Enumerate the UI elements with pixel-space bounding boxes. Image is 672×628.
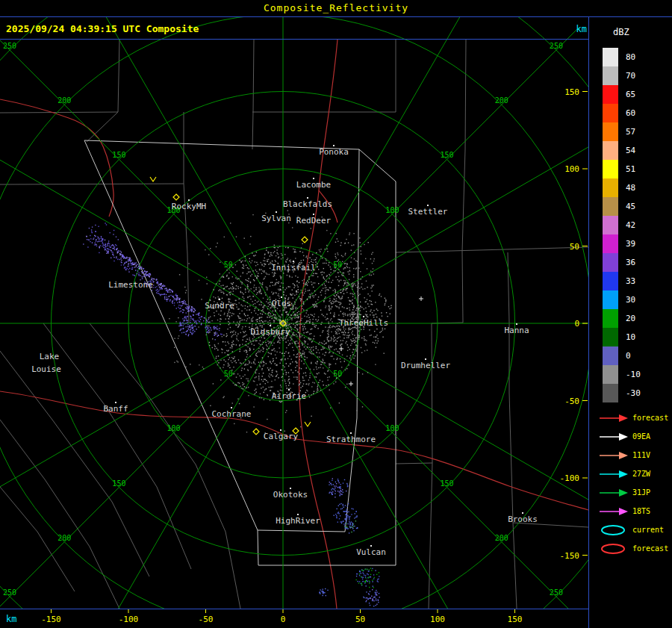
svg-text:Drumheller: Drumheller xyxy=(401,361,451,370)
svg-text:200: 200 xyxy=(495,534,508,542)
dbz-scale-row-30: 30 xyxy=(603,290,670,309)
dbz-scale-value: 51 xyxy=(626,160,635,178)
plus-marker xyxy=(349,382,353,386)
dbz-scale-value: 65 xyxy=(626,85,635,104)
svg-text:50: 50 xyxy=(355,615,365,624)
dbz-scale-value: 42 xyxy=(626,216,635,234)
plus-marker xyxy=(419,296,423,301)
svg-text:250: 250 xyxy=(550,42,563,50)
svg-text:150: 150 xyxy=(441,479,454,488)
dbz-color-swatch xyxy=(603,48,618,66)
radar-map[interactable]: 5010015020025050100150200250501001502002… xyxy=(0,0,672,628)
dbz-scale-row--10: -10 xyxy=(603,365,670,384)
dbz-scale-value: 0 xyxy=(626,346,631,365)
legend-label: 31JP xyxy=(632,488,650,497)
dbz-color-swatch xyxy=(603,253,618,272)
city-label-olds: Olds xyxy=(272,296,292,308)
svg-text:250: 250 xyxy=(550,588,563,597)
city-label-louise: Louise xyxy=(31,364,61,374)
dbz-scale-title: dBZ xyxy=(613,27,629,37)
svg-text:Okotoks: Okotoks xyxy=(273,490,308,500)
city-label-didsbury: Didsbury xyxy=(251,325,290,337)
dbz-scale-row-20: 20 xyxy=(603,309,670,328)
dbz-scale-value: 10 xyxy=(626,328,635,346)
echo-region-south-1 xyxy=(329,478,348,497)
legend-label: 27ZW xyxy=(632,470,650,478)
city-label-ponoka: Ponoka xyxy=(319,145,349,157)
svg-text:200: 200 xyxy=(495,96,508,105)
dbz-color-swatch xyxy=(603,328,618,346)
legend-item-31JP-4: 31JP xyxy=(598,483,671,502)
city-label-hanna: Hanna xyxy=(504,323,529,335)
legend-label: 09EA xyxy=(632,432,650,441)
city-label-strathmore: Strathmore xyxy=(326,432,376,444)
dbz-scale-row-33: 33 xyxy=(603,272,670,290)
svg-text:-100: -100 xyxy=(119,615,139,624)
svg-text:200: 200 xyxy=(57,96,71,105)
dbz-scale-row-60: 60 xyxy=(603,104,670,122)
echo-region-south-6 xyxy=(319,588,328,597)
svg-text:RedDeer: RedDeer xyxy=(296,216,332,226)
city-label-reddeer: RedDeer xyxy=(296,214,332,226)
svg-text:Louise: Louise xyxy=(31,364,61,374)
svg-text:100: 100 xyxy=(385,206,399,214)
bottom-axis-unit-label: km xyxy=(6,614,16,624)
legend-arrow-icon xyxy=(598,468,629,480)
dbz-scale-value: 45 xyxy=(626,197,635,216)
svg-text:Airdrie: Airdrie xyxy=(272,391,306,401)
dbz-scale-value: 80 xyxy=(626,48,635,66)
svg-text:Ponoka: Ponoka xyxy=(319,147,349,157)
city-label-rockymh: RockyMH xyxy=(172,199,206,211)
dbz-scale-row-51: 51 xyxy=(603,160,670,178)
timestamp-label: 2025/09/24 04:39:15 UTC Composite xyxy=(6,23,199,34)
city-label-limestone: Limestone xyxy=(108,280,153,290)
svg-text:RockyMH: RockyMH xyxy=(172,202,206,211)
city-label-banff: Banff xyxy=(103,402,128,414)
svg-text:50: 50 xyxy=(224,261,233,269)
legend-arrow-icon xyxy=(598,412,629,424)
dbz-scale-row-57: 57 xyxy=(603,122,670,141)
dbz-scale-row-80: 80 xyxy=(603,48,670,66)
dbz-color-swatch xyxy=(603,384,618,402)
echo-region-south-5 xyxy=(363,589,380,607)
dbz-scale-value: 60 xyxy=(626,104,635,122)
dbz-color-swatch xyxy=(603,178,618,197)
svg-text:50: 50 xyxy=(224,370,233,378)
city-label-stettler: Stettler xyxy=(408,205,448,217)
legend-item-forecast-7: forecast xyxy=(598,539,671,558)
svg-text:50: 50 xyxy=(333,261,342,269)
city-label-threehills: ThreeHills xyxy=(339,316,388,328)
dbz-color-swatch xyxy=(603,160,618,178)
legend-item-forecast-0: forecast xyxy=(598,408,671,427)
svg-text:Strathmore: Strathmore xyxy=(326,435,376,444)
legend-arrow-icon xyxy=(598,431,629,443)
svg-text:Sylvan: Sylvan xyxy=(261,214,291,223)
dbz-color-swatch xyxy=(603,122,618,141)
radar-site-marker xyxy=(253,429,259,435)
legend-item-111V-2: 111V xyxy=(598,446,671,464)
dbz-scale-panel: dBZ 807065605754514845423936333020100-10… xyxy=(589,17,672,628)
svg-text:Calgary: Calgary xyxy=(264,432,299,441)
dbz-scale-value: 54 xyxy=(626,141,635,160)
dbz-scale-row-48: 48 xyxy=(603,178,670,197)
right-axis-unit-label: km xyxy=(566,24,587,34)
window-title-bar: Composite_Reflectivity xyxy=(0,0,672,17)
dbz-color-swatch xyxy=(603,346,618,365)
svg-text:-100: -100 xyxy=(560,473,580,483)
city-label-cochrane: Cochrane xyxy=(212,407,252,419)
dbz-scale-value: 48 xyxy=(626,178,635,197)
svg-text:Cochrane: Cochrane xyxy=(212,409,252,419)
svg-text:Brooks: Brooks xyxy=(508,514,538,524)
dbz-scale-value: 39 xyxy=(626,234,635,253)
echo-region-south-4 xyxy=(356,568,380,588)
svg-text:50: 50 xyxy=(333,370,342,378)
legend-item-27ZW-3: 27ZW xyxy=(598,464,671,483)
city-label-sylvan: Sylvan xyxy=(261,211,291,223)
svg-text:200: 200 xyxy=(57,534,71,542)
svg-text:HighRiver: HighRiver xyxy=(276,516,320,526)
chevron-marker xyxy=(305,422,311,426)
svg-text:50: 50 xyxy=(570,242,579,252)
dbz-scale-row-54: 54 xyxy=(603,141,670,160)
dbz-scale-row-42: 42 xyxy=(603,216,670,234)
axes: -150-100-50050100150150100500-50-100-150… xyxy=(6,87,588,625)
